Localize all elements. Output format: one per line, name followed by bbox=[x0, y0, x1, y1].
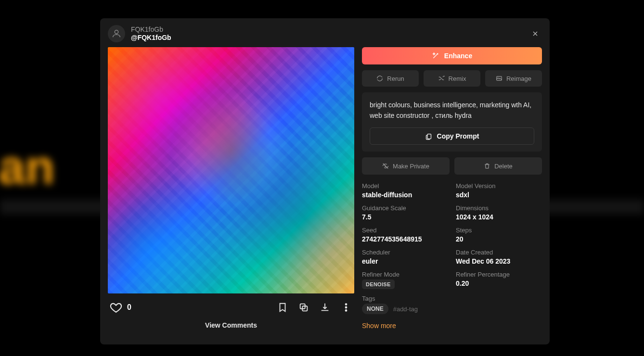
download-icon bbox=[320, 302, 330, 313]
meta-label: Date Created bbox=[456, 249, 542, 256]
refresh-icon bbox=[376, 75, 383, 82]
close-icon bbox=[531, 30, 539, 38]
meta-label: Model Version bbox=[456, 182, 542, 190]
meta-label: Seed bbox=[362, 227, 448, 234]
meta-label: Model bbox=[362, 182, 448, 190]
kebab-icon bbox=[341, 302, 351, 313]
meta-label: Dimensions bbox=[456, 204, 542, 212]
meta-label: Refiner Percentage bbox=[456, 271, 542, 278]
modal-header: FQK1foGb @FQK1foGb bbox=[100, 18, 550, 45]
delete-label: Delete bbox=[494, 163, 513, 170]
meta-refiner-pct: Refiner Percentage 0.20 bbox=[456, 271, 542, 289]
svg-point-0 bbox=[115, 30, 118, 34]
meta-model: Model stable-diffusion bbox=[362, 182, 448, 199]
meta-seed: Seed 2742774535648915 bbox=[362, 227, 448, 243]
meta-value: 20 bbox=[456, 235, 542, 243]
rerun-button[interactable]: Rerun bbox=[362, 70, 419, 87]
meta-value: 7.5 bbox=[362, 213, 448, 221]
add-tag-input[interactable]: #add-tag bbox=[393, 305, 418, 313]
meta-label: Tags bbox=[362, 295, 542, 302]
meta-value: sdxl bbox=[456, 191, 542, 199]
copy-prompt-label: Copy Prompt bbox=[437, 132, 479, 140]
clipboard-icon bbox=[425, 133, 432, 140]
bookmark-icon bbox=[277, 302, 288, 313]
metadata-grid: Model stable-diffusion Model Version sdx… bbox=[362, 180, 542, 314]
meta-model-version: Model Version sdxl bbox=[456, 182, 542, 199]
user-icon bbox=[111, 28, 122, 39]
bg-hero-text: te an bbox=[0, 140, 54, 195]
right-column: Enhance Rerun Remix Reimage bright colou… bbox=[362, 47, 542, 337]
meta-dimensions: Dimensions 1024 x 1024 bbox=[456, 204, 542, 221]
meta-value: 1024 x 1024 bbox=[456, 213, 542, 221]
secondary-actions bbox=[276, 301, 352, 314]
bookmark-button[interactable] bbox=[276, 301, 289, 314]
meta-value: Wed Dec 06 2023 bbox=[456, 257, 542, 265]
action-row: Rerun Remix Reimage bbox=[362, 70, 542, 87]
meta-date: Date Created Wed Dec 06 2023 bbox=[456, 249, 542, 265]
like-count: 0 bbox=[127, 303, 131, 312]
heart-icon[interactable] bbox=[110, 301, 122, 314]
copy-prompt-button[interactable]: Copy Prompt bbox=[370, 127, 534, 145]
meta-value: 0.20 bbox=[456, 280, 542, 287]
remix-label: Remix bbox=[449, 75, 466, 82]
rerun-label: Rerun bbox=[387, 75, 404, 82]
make-private-button[interactable]: Make Private bbox=[362, 157, 450, 175]
meta-label: Refiner Mode bbox=[362, 271, 448, 278]
show-more-link[interactable]: Show more bbox=[362, 320, 542, 330]
meta-value: stable-diffusion bbox=[362, 191, 448, 199]
close-button[interactable] bbox=[528, 27, 542, 40]
reimage-label: Reimage bbox=[506, 75, 531, 82]
wand-icon bbox=[432, 52, 439, 60]
image-detail-modal: FQK1foGb @FQK1foGb 0 bbox=[100, 18, 550, 344]
privacy-row: Make Private Delete bbox=[362, 157, 542, 175]
left-column: 0 View Com bbox=[108, 47, 354, 337]
user-block: FQK1foGb @FQK1foGb bbox=[131, 25, 171, 42]
meta-value: 2742774535648915 bbox=[362, 235, 448, 243]
eye-off-icon bbox=[382, 163, 389, 169]
modal-body: 0 View Com bbox=[100, 45, 550, 344]
svg-point-4 bbox=[346, 307, 347, 308]
enhance-button[interactable]: Enhance bbox=[362, 47, 542, 64]
svg-point-5 bbox=[346, 310, 347, 311]
copy-button[interactable] bbox=[297, 301, 310, 314]
download-button[interactable] bbox=[319, 301, 331, 314]
remix-button[interactable]: Remix bbox=[424, 70, 480, 87]
prompt-card: bright colours, business intelligence, m… bbox=[362, 92, 542, 152]
meta-label: Steps bbox=[456, 227, 542, 234]
svg-rect-7 bbox=[427, 134, 431, 139]
meta-refiner-mode: Refiner Mode DENOISE bbox=[362, 271, 448, 289]
svg-point-3 bbox=[346, 304, 347, 305]
like-control[interactable]: 0 bbox=[110, 301, 131, 314]
meta-guidance: Guidance Scale 7.5 bbox=[362, 204, 448, 221]
avatar[interactable] bbox=[108, 25, 125, 42]
trash-icon bbox=[484, 163, 490, 169]
image-actions-row: 0 bbox=[108, 293, 354, 316]
tag-none: NONE bbox=[362, 304, 388, 314]
meta-tags: Tags NONE #add-tag bbox=[362, 295, 542, 314]
shuffle-icon bbox=[438, 75, 445, 82]
make-private-label: Make Private bbox=[393, 163, 429, 170]
delete-button[interactable]: Delete bbox=[454, 157, 542, 175]
meta-steps: Steps 20 bbox=[456, 227, 542, 243]
reimage-button[interactable]: Reimage bbox=[485, 70, 542, 87]
enhance-label: Enhance bbox=[444, 52, 472, 60]
image-icon bbox=[496, 75, 502, 82]
meta-value: euler bbox=[362, 257, 448, 265]
meta-label: Guidance Scale bbox=[362, 204, 448, 212]
refiner-mode-pill: DENOISE bbox=[362, 280, 395, 289]
prompt-text: bright colours, business intelligence, m… bbox=[370, 100, 534, 121]
generated-image[interactable] bbox=[108, 47, 354, 293]
tags-row: NONE #add-tag bbox=[362, 304, 542, 314]
meta-scheduler: Scheduler euler bbox=[362, 249, 448, 265]
user-handle[interactable]: @FQK1foGb bbox=[131, 34, 171, 42]
view-comments-link[interactable]: View Comments bbox=[108, 316, 354, 331]
meta-label: Scheduler bbox=[362, 249, 448, 256]
display-name[interactable]: FQK1foGb bbox=[131, 25, 171, 34]
copy-icon bbox=[298, 302, 309, 313]
more-button[interactable] bbox=[340, 301, 352, 314]
